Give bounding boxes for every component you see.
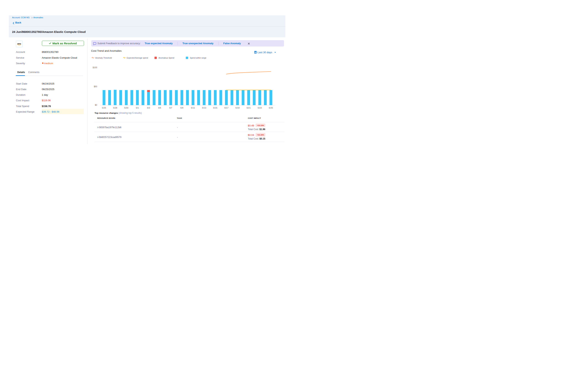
svg-text:6/15: 6/15 bbox=[213, 107, 217, 109]
svg-text:5/28: 5/28 bbox=[113, 107, 117, 109]
svg-text:$100: $100 bbox=[92, 66, 97, 68]
svg-text:aws: aws bbox=[17, 42, 21, 44]
svg-text:5/26: 5/26 bbox=[102, 107, 106, 109]
svg-text:6/9: 6/9 bbox=[180, 107, 183, 109]
svg-text:6/5: 6/5 bbox=[158, 107, 161, 109]
svg-text:6/19: 6/19 bbox=[236, 107, 240, 109]
svg-text:6/25: 6/25 bbox=[269, 107, 273, 109]
svg-text:6/3: 6/3 bbox=[147, 107, 150, 109]
svg-text:6/11: 6/11 bbox=[191, 107, 195, 109]
svg-text:6/13: 6/13 bbox=[202, 107, 206, 109]
svg-text:5/30: 5/30 bbox=[124, 107, 128, 109]
svg-text:6/23: 6/23 bbox=[258, 107, 262, 109]
svg-text:6/1: 6/1 bbox=[136, 107, 139, 109]
svg-text:6/21: 6/21 bbox=[246, 107, 250, 109]
svg-text:$0: $0 bbox=[95, 104, 97, 106]
svg-text:$50: $50 bbox=[94, 85, 97, 88]
svg-text:6/17: 6/17 bbox=[224, 107, 228, 109]
svg-text:6/7: 6/7 bbox=[169, 107, 172, 109]
